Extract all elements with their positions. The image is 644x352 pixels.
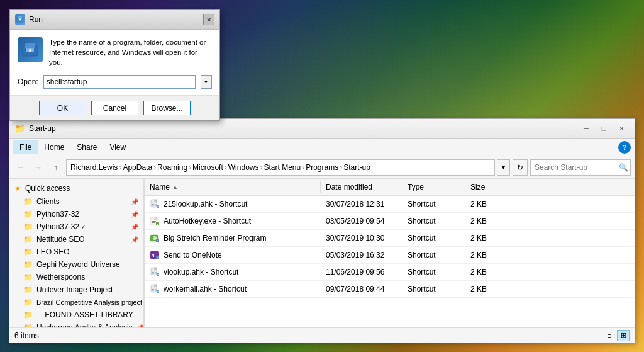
sidebar: ★ Quick access 📁 Clients 📌 📁 Python37-32… — [9, 179, 144, 327]
sidebar-item-label: Brazil Competitive Analysis project — [36, 298, 142, 306]
svg-rect-1 — [18, 16, 22, 19]
quick-access-header[interactable]: ★ Quick access — [9, 181, 143, 195]
sidebar-item-label: Gephi Keyword Universe — [36, 260, 120, 269]
table-row[interactable]: S ⇒ Big Stretch Reminder Program 30/07/2… — [145, 230, 635, 247]
run-dropdown-button[interactable]: ▼ — [201, 75, 212, 89]
run-close-button[interactable]: ✕ — [203, 14, 214, 25]
file-date: 03/05/2019 09:54 — [321, 215, 402, 227]
file-type: Shortcut — [402, 283, 465, 295]
folder-icon: 📁 — [23, 222, 33, 231]
pin-icon: 📌 — [131, 236, 138, 243]
address-dropdown-button[interactable]: ▼ — [497, 159, 510, 176]
run-title-left: Run — [15, 14, 43, 25]
toolbar: ← → ↑ Richard.Lewis › AppData › Roaming … — [9, 156, 635, 179]
refresh-button[interactable]: ↻ — [513, 159, 528, 176]
quick-access-star-icon: ★ — [14, 184, 21, 193]
folder-icon: 📁 — [23, 310, 33, 319]
run-buttons: OK Cancel Browse... — [10, 95, 219, 120]
minimize-button[interactable]: ─ — [578, 122, 594, 135]
svg-text:AHK: AHK — [152, 271, 157, 275]
sidebar-item-leoseo[interactable]: 📁 LEO SEO — [9, 246, 143, 258]
file-list-header: Name ▲ Date modified Type Size — [145, 179, 635, 196]
quick-access-label: Quick access — [25, 184, 70, 193]
menu-share[interactable]: Share — [70, 140, 103, 154]
folder-icon: 📁 — [23, 197, 33, 206]
table-row[interactable]: AHK ⇒ workemail.ahk - Shortcut 09/07/201… — [145, 281, 635, 298]
file-type: Shortcut — [402, 232, 465, 244]
svg-text:AHK: AHK — [152, 203, 157, 207]
menu-file[interactable]: File — [13, 140, 38, 154]
file-name: AutoHotkey.exe - Shortcut — [164, 217, 251, 225]
breadcrumb-programs: Programs — [306, 163, 338, 172]
file-size: 2 KB — [465, 283, 509, 295]
folder-icon: 📁 — [23, 210, 33, 219]
sidebar-item-gephi[interactable]: 📁 Gephi Keyword Universe — [9, 258, 143, 271]
col-header-name[interactable]: Name ▲ — [145, 181, 321, 193]
table-row[interactable]: AHK ⇒ 215lookup.ahk - Shortcut 30/07/201… — [145, 196, 635, 213]
svg-rect-14 — [155, 217, 157, 220]
breadcrumb-richardlewis: Richard.Lewis — [70, 163, 118, 172]
sidebar-item-brazil[interactable]: 📁 Brazil Competitive Analysis project 📌 — [9, 296, 143, 309]
sidebar-item-hackerone[interactable]: 📁 Hackerone Audits & Analysis 📌 — [9, 321, 143, 327]
sidebar-item-python37[interactable]: 📁 Python37-32 📌 — [9, 208, 143, 220]
run-cancel-button[interactable]: Cancel — [91, 101, 138, 115]
status-text: 6 items — [14, 331, 39, 340]
col-header-type[interactable]: Type — [402, 181, 465, 193]
sidebar-item-found[interactable]: 📁 __FOUND-ASSET-LIBRARY — [9, 309, 143, 321]
search-icon[interactable]: 🔍 — [619, 163, 628, 172]
table-row[interactable]: N ⇒ Send to OneNote 05/03/2019 16:32 Sho… — [145, 247, 635, 264]
sidebar-item-unilever[interactable]: 📁 Unilever Image Project — [9, 283, 143, 296]
sidebar-item-python37z[interactable]: 📁 Python37-32 z 📌 — [9, 220, 143, 233]
sidebar-item-label: Python37-32 — [36, 210, 79, 219]
main-area: ★ Quick access 📁 Clients 📌 📁 Python37-32… — [9, 179, 635, 327]
run-body: Type the name of a program, folder, docu… — [10, 30, 219, 120]
file-icon-app: S ⇒ — [150, 233, 160, 243]
run-dialog-title: Run — [29, 15, 43, 24]
menu-view[interactable]: View — [103, 140, 132, 154]
folder-icon: 📁 — [23, 298, 33, 307]
folder-icon: 📁 — [23, 247, 33, 256]
file-icon-ahk: AHK ⇒ — [150, 199, 160, 209]
forward-button[interactable]: → — [31, 160, 46, 175]
run-open-label: Open: — [18, 77, 38, 86]
search-container: 🔍 — [530, 159, 631, 176]
run-input[interactable] — [43, 75, 196, 89]
svg-rect-15 — [152, 220, 156, 220]
run-dialog: Run ✕ Type the name of a program, folder… — [9, 9, 220, 121]
col-header-size[interactable]: Size — [465, 181, 509, 193]
up-button[interactable]: ↑ — [48, 160, 64, 175]
file-size: 2 KB — [465, 249, 509, 261]
menu-home[interactable]: Home — [38, 140, 70, 154]
explorer-folder-icon: 📁 — [14, 123, 25, 133]
sidebar-item-label: Wetherspoons — [36, 273, 85, 281]
sidebar-item-clients[interactable]: 📁 Clients 📌 — [9, 195, 143, 208]
close-button[interactable]: ✕ — [613, 122, 630, 135]
search-input[interactable] — [530, 159, 631, 176]
pin-icon: 📌 — [131, 224, 138, 230]
run-ok-button[interactable]: OK — [39, 101, 86, 115]
folder-icon: 📁 — [23, 285, 33, 294]
view-buttons: ≡ ⊞ — [603, 330, 630, 341]
menu-bar: File Home Share View ? — [9, 139, 635, 156]
help-button[interactable]: ? — [618, 141, 631, 154]
file-icon-ahk2: AHK ⇒ — [150, 267, 160, 277]
sidebar-item-nettitude[interactable]: 📁 Nettitude SEO 📌 — [9, 233, 143, 246]
file-size: 2 KB — [465, 232, 509, 244]
large-icons-view-button[interactable]: ⊞ — [617, 330, 630, 341]
back-button[interactable]: ← — [13, 160, 28, 175]
folder-icon: 📁 — [23, 323, 33, 327]
file-name-cell: ▶ AutoHotkey.exe - Shortcut — [145, 214, 321, 228]
address-bar[interactable]: Richard.Lewis › AppData › Roaming › Micr… — [66, 159, 495, 176]
explorer-titlebar: 📁 Start-up ─ □ ✕ — [9, 119, 635, 139]
file-type: Shortcut — [402, 266, 465, 278]
table-row[interactable]: ▶ AutoHotkey.exe - Shortcut 03/05/2019 0… — [145, 213, 635, 230]
table-row[interactable]: AHK ⇒ vlookup.ahk - Shortcut 11/06/2019 … — [145, 264, 635, 281]
run-browse-button[interactable]: Browse... — [143, 101, 191, 115]
details-view-button[interactable]: ≡ — [603, 330, 616, 341]
file-type: Shortcut — [402, 198, 465, 210]
sidebar-item-wetherspoons[interactable]: 📁 Wetherspoons — [9, 271, 143, 283]
maximize-button[interactable]: □ — [596, 122, 612, 135]
file-date: 11/06/2019 09:56 — [321, 266, 402, 278]
col-header-date[interactable]: Date modified — [321, 181, 402, 193]
pin-icon: 📌 — [131, 211, 138, 218]
